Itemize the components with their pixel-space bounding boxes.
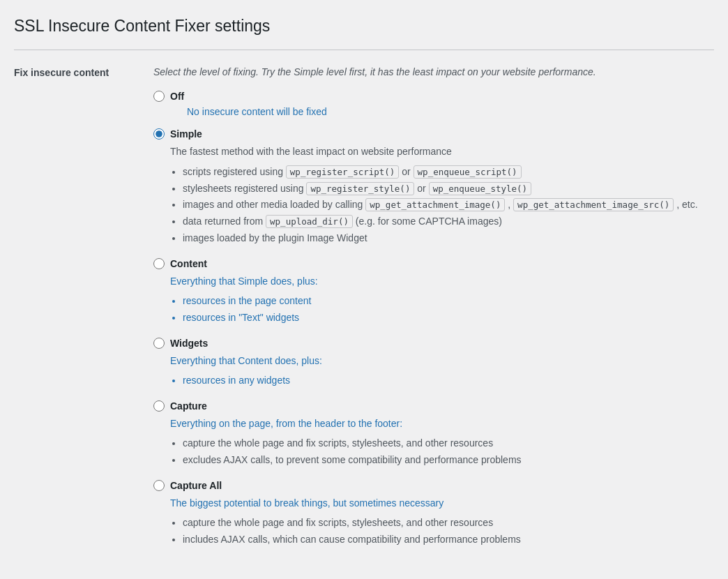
option-content-description: Everything that Simple does, plus: <box>170 273 714 289</box>
radio-content[interactable] <box>153 258 165 269</box>
option-off-description: No insecure content will be fixed <box>187 106 714 117</box>
option-content: Content Everything that Simple does, plu… <box>153 258 714 326</box>
radio-widgets[interactable] <box>153 338 165 349</box>
option-capture-list: capture the whole page and fix scripts, … <box>170 435 714 469</box>
radio-simple[interactable] <box>153 128 165 140</box>
radio-capture-all[interactable] <box>153 480 165 491</box>
field-description: Select the level of fixing. Try the Simp… <box>153 64 714 80</box>
page-title: SSL Insecure Content Fixer settings <box>14 17 714 36</box>
list-item: images loaded by the plugin Image Widget <box>183 230 714 247</box>
option-capture-all-list: capture the whole page and fix scripts, … <box>170 515 714 548</box>
option-content-label[interactable]: Content <box>170 258 207 269</box>
option-capture-all: Capture All The biggest potential to bre… <box>153 480 714 548</box>
option-capture: Capture Everything on the page, from the… <box>153 400 714 469</box>
option-content-list: resources in the page content resources … <box>170 293 714 326</box>
list-item: includes AJAX calls, which can cause com… <box>183 532 714 548</box>
option-simple-list: scripts registered using wp_register_scr… <box>170 164 714 247</box>
list-item: resources in any widgets <box>183 373 714 389</box>
option-off-label[interactable]: Off <box>170 91 184 102</box>
radio-off[interactable] <box>153 91 165 102</box>
list-item: data returned from wp_upload_dir() (e.g.… <box>183 213 714 230</box>
field-label: Fix insecure content <box>14 64 153 559</box>
code-wp-get-attachment-image: wp_get_attachment_image() <box>365 198 505 211</box>
code-wp-register-style: wp_register_style() <box>306 182 414 195</box>
option-simple-description: The fastest method with the least impact… <box>170 144 714 159</box>
code-wp-upload-dir: wp_upload_dir() <box>266 215 353 228</box>
option-simple: Simple The fastest method with the least… <box>153 128 714 246</box>
list-item: images and other media loaded by calling… <box>183 197 714 213</box>
radio-capture[interactable] <box>153 400 165 412</box>
settings-section: Fix insecure content Select the level of… <box>14 50 714 559</box>
option-capture-label[interactable]: Capture <box>170 400 207 412</box>
option-simple-label[interactable]: Simple <box>170 128 202 140</box>
option-off: Off No insecure content will be fixed <box>153 91 714 117</box>
option-capture-all-description: The biggest potential to break things, b… <box>170 495 714 511</box>
list-item: stylesheets registered using wp_register… <box>183 181 714 197</box>
option-capture-all-label[interactable]: Capture All <box>170 480 222 491</box>
code-wp-enqueue-script: wp_enqueue_script() <box>414 165 522 179</box>
list-item: capture the whole page and fix scripts, … <box>183 515 714 532</box>
option-widgets-list: resources in any widgets <box>170 373 714 389</box>
list-item: scripts registered using wp_register_scr… <box>183 164 714 181</box>
list-item: capture the whole page and fix scripts, … <box>183 435 714 452</box>
list-item: excludes AJAX calls, to prevent some com… <box>183 452 714 469</box>
option-widgets: Widgets Everything that Content does, pl… <box>153 338 714 389</box>
field-content: Select the level of fixing. Try the Simp… <box>153 64 714 559</box>
code-wp-enqueue-style: wp_enqueue_style() <box>429 182 531 195</box>
list-item: resources in "Text" widgets <box>183 310 714 326</box>
option-widgets-description: Everything that Content does, plus: <box>170 353 714 368</box>
option-capture-description: Everything on the page, from the header … <box>170 416 714 431</box>
code-wp-get-attachment-image-src: wp_get_attachment_image_src() <box>513 198 674 211</box>
list-item: resources in the page content <box>183 293 714 310</box>
option-widgets-label[interactable]: Widgets <box>170 338 208 349</box>
code-wp-register-script: wp_register_script() <box>286 165 400 179</box>
